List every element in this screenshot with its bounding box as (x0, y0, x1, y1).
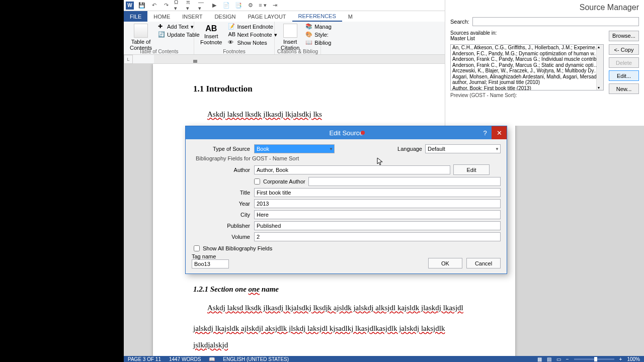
qat-doc-icon[interactable]: 📄 (222, 2, 230, 10)
insert-footnote-button[interactable]: AB Insert Footnote (197, 23, 225, 47)
author-input[interactable] (254, 165, 450, 174)
show-all-fields-label: Show All Bibliography Fields (203, 245, 272, 251)
bibliography-button[interactable]: 📖Bibliog (304, 39, 333, 47)
citation-icon (283, 24, 297, 38)
qat-lines-icon[interactable]: ≡ ▾ (259, 2, 267, 10)
zoom-level[interactable]: 100% (627, 356, 640, 362)
list-item[interactable]: Anderson, Frank C., Pandy, Marcus G.; In… (451, 56, 603, 62)
qat-doc2-icon[interactable]: 📑 (234, 2, 243, 10)
corporate-author-checkbox[interactable] (254, 178, 260, 185)
edit-author-button[interactable]: Edit (453, 164, 490, 175)
style-button[interactable]: 🎨Style: (304, 31, 333, 39)
list-item[interactable]: Asgari, Mohsen, Alinaghizadeh Ardestani,… (451, 74, 603, 80)
list-scrollbar[interactable]: ▴▾ (596, 45, 603, 90)
view-web-icon[interactable]: ▭ (556, 356, 561, 362)
copy-button[interactable]: <- Copy (609, 44, 639, 55)
chevron-down-icon: ▼ (329, 147, 333, 151)
publisher-input[interactable] (254, 221, 501, 230)
tag-name-label: Tag name (192, 253, 229, 259)
biblio-icon: 📖 (305, 39, 312, 46)
qat-pi-icon[interactable]: π ▾ (186, 2, 194, 10)
group-label-toc: Table of Contents (124, 49, 194, 54)
tab-home[interactable]: HOME (147, 11, 176, 22)
new-button[interactable]: New... (609, 83, 639, 94)
dialog-body: Type of Source Book▼ Language Default▼ B… (186, 139, 507, 274)
group-footnotes: AB Insert Footnote 📝Insert Endnote ABNex… (194, 22, 275, 54)
type-of-source-select[interactable]: Book▼ (254, 144, 335, 153)
source-list[interactable]: An, C.H., Atkeson, C.G., Griffiths, J., … (450, 44, 604, 90)
cancel-button[interactable]: Cancel (466, 258, 501, 268)
zoom-in-icon[interactable]: + (619, 356, 622, 362)
undo-icon[interactable]: ↶ (150, 2, 158, 10)
status-language[interactable]: ENGLISH (UNITED STATES) (223, 356, 289, 362)
search-input[interactable] (472, 17, 639, 26)
close-button[interactable]: ✕ (492, 126, 507, 139)
para-3: Askdj laksd lksdk jlkasdj lkjalsdkj lksd… (193, 300, 475, 316)
save-icon[interactable]: 💾 (138, 2, 146, 10)
redo-icon[interactable]: ↷ (162, 2, 170, 10)
group-toc: Table of Contents ✚Add Text▾ 🔄Update Tab… (124, 22, 194, 54)
list-item[interactable]: Anderson, Frank C., Pandy, Marcus G.; St… (451, 62, 603, 68)
tag-name-input[interactable] (192, 259, 229, 268)
status-words[interactable]: 1447 WORDS (169, 356, 201, 362)
show-all-fields-checkbox[interactable] (194, 245, 200, 251)
help-button[interactable]: ? (478, 126, 492, 139)
delete-button[interactable]: Delete (609, 57, 639, 68)
view-print-icon[interactable]: ▤ (547, 356, 551, 362)
city-label: City (192, 212, 251, 218)
title-label: Title (192, 190, 251, 196)
list-item[interactable]: Anderson, F.C., Pandy, M.G.; Dynamic opt… (451, 51, 603, 57)
qat-indent-icon[interactable]: ⇥ (271, 2, 279, 10)
language-select[interactable]: Default▼ (425, 144, 501, 153)
list-item[interactable]: An, C.H., Atkeson, C.G., Griffiths, J., … (451, 45, 603, 51)
word-icon: W (126, 2, 134, 10)
tab-page-layout[interactable]: PAGE LAYOUT (242, 11, 292, 22)
list-item[interactable]: Arczewski, K., Blajer, W., Fraczek, J., … (451, 68, 603, 74)
qat-cfg-icon[interactable]: ⚙ (247, 2, 255, 10)
toc-icon (134, 24, 148, 38)
year-input[interactable] (254, 199, 501, 208)
sources-available-label: Sources available in: (450, 30, 497, 36)
list-item[interactable]: Author, Book; First book title (2013) (451, 85, 603, 91)
edit-button[interactable]: Edit... (609, 70, 639, 81)
zoom-slider[interactable] (574, 358, 614, 360)
edit-source-dialog: Edit Source ? ✕ Type of Source Book▼ Lan… (185, 126, 507, 274)
search-label: Search: (450, 19, 469, 25)
proofing-icon[interactable]: 📖 (209, 356, 215, 362)
source-manager-title: Source Manager (445, 0, 644, 15)
zoom-out-icon[interactable]: − (566, 356, 569, 362)
manage-sources-button[interactable]: 📚Manag (304, 23, 333, 31)
qat-more-icon[interactable]: Ω ▾ (174, 2, 182, 10)
show-notes-button[interactable]: 👁Show Notes (227, 39, 278, 47)
city-input[interactable] (254, 210, 501, 219)
ab-icon: AB (205, 24, 217, 33)
insert-endnote-button[interactable]: 📝Insert Endnote (227, 23, 278, 31)
volume-input[interactable] (254, 232, 501, 241)
tab-mailings[interactable]: M (342, 11, 359, 22)
tab-insert[interactable]: INSERT (176, 11, 208, 22)
ok-button[interactable]: OK (428, 258, 462, 268)
tab-file[interactable]: FILE (124, 11, 147, 22)
qat-play-icon[interactable]: ▶ (210, 2, 218, 10)
toc-button[interactable]: Table of Contents (127, 23, 155, 52)
tab-references[interactable]: REFERENCES (292, 11, 342, 22)
status-bar: PAGE 3 OF 11 1447 WORDS 📖 ENGLISH (UNITE… (124, 356, 644, 362)
tab-design[interactable]: DESIGN (208, 11, 242, 22)
qat-sep-icon[interactable]: — ▾ (198, 2, 206, 10)
next-footnote-button[interactable]: ABNext Footnote▾ (227, 31, 278, 39)
chevron-down-icon: ▼ (495, 147, 499, 151)
author-label: Author (192, 167, 251, 173)
insert-citation-button[interactable]: Insert Citation (278, 23, 302, 52)
type-of-source-label: Type of Source (192, 146, 251, 152)
endnote-icon: 📝 (228, 23, 235, 30)
list-item[interactable]: author, Journal; First journal title (20… (451, 79, 603, 85)
status-page[interactable]: PAGE 3 OF 11 (128, 356, 161, 362)
corporate-author-input[interactable] (308, 177, 501, 186)
update-icon: 🔄 (158, 31, 165, 38)
ruler-corner: L (124, 55, 133, 64)
view-read-icon[interactable]: ▦ (537, 356, 542, 362)
title-input[interactable] (254, 188, 501, 197)
browse-button[interactable]: Browse... (609, 31, 639, 41)
dialog-title-bar[interactable]: Edit Source ? ✕ (186, 126, 507, 139)
publisher-label: Publisher (192, 223, 251, 229)
